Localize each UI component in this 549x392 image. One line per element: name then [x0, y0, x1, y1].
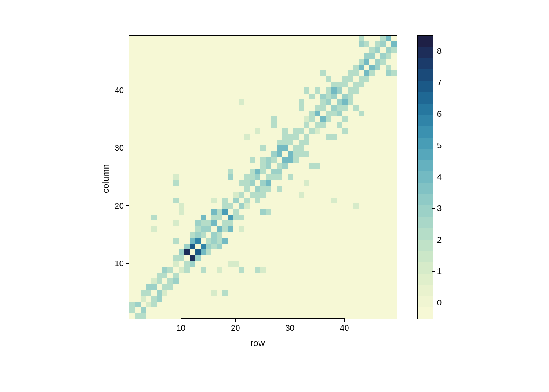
heatmap-cell: [206, 244, 211, 249]
heatmap-cell: [315, 111, 320, 116]
heatmap-cell: [282, 145, 288, 151]
heatmap-cell: [277, 151, 282, 157]
heatmap-cell: [331, 198, 337, 203]
heatmap-cell: [244, 180, 249, 186]
colorbar-tick: [432, 51, 435, 51]
heatmap-cell: [135, 302, 140, 307]
heatmap-cell: [326, 87, 331, 93]
heatmap-cell: [190, 232, 195, 238]
heatmap-cell: [375, 65, 380, 70]
y-tick-label: 10: [111, 259, 124, 268]
heatmap-cell: [277, 163, 282, 169]
heatmap-cell: [190, 255, 195, 261]
heatmap-cell: [359, 36, 364, 41]
heatmap-cell: [255, 169, 260, 174]
heatmap-cell: [173, 261, 179, 267]
heatmap-cell: [173, 255, 179, 261]
heatmap-cell: [244, 203, 249, 209]
heatmap-cell: [359, 82, 364, 87]
heatmap-cell: [195, 255, 200, 261]
colorbar-tick: [432, 82, 435, 82]
heatmap-cell: [250, 180, 255, 186]
colorbar-tick-label: 0: [437, 298, 442, 307]
heatmap-cell: [271, 151, 277, 157]
heatmap-cell: [380, 59, 386, 65]
heatmap-cell: [244, 198, 249, 203]
heatmap-cell: [282, 163, 288, 169]
heatmap-cell: [364, 53, 369, 59]
heatmap-cell: [260, 267, 266, 273]
heatmap-cell: [271, 116, 277, 122]
heatmap-cell: [342, 128, 348, 134]
heatmap-cell: [369, 65, 375, 70]
heatmap-cell: [217, 244, 222, 249]
heatmap-cell: [299, 145, 304, 151]
y-axis-line: [129, 90, 129, 264]
heatmap-cell: [157, 273, 162, 278]
heatmap-cell: [288, 157, 293, 163]
heatmap-cell: [315, 87, 320, 93]
colorbar-tick: [432, 177, 435, 177]
heatmap-cell: [304, 180, 309, 186]
heatmap-cell: [266, 180, 271, 186]
heatmap-cell: [304, 140, 309, 145]
heatmap-cell: [320, 122, 326, 128]
colorbar: [417, 35, 433, 319]
heatmap-cell: [271, 169, 277, 174]
heatmap-cell: [179, 267, 184, 273]
heatmap-cell: [222, 220, 228, 226]
heatmap-cell: [162, 267, 167, 273]
x-tick: [290, 318, 290, 322]
heatmap-cell: [375, 41, 380, 47]
heatmap-cell: [353, 87, 358, 93]
heatmap-cell: [206, 220, 211, 226]
y-axis-title: column: [100, 164, 111, 193]
heatmap-cell: [386, 47, 391, 53]
heatmap-cell: [228, 220, 233, 226]
heatmap-cell: [288, 134, 293, 140]
heatmap-cell: [228, 261, 233, 267]
heatmap-cell: [173, 180, 179, 186]
heatmap-cell: [250, 169, 255, 174]
y-tick-label: 30: [111, 143, 124, 153]
heatmap-cell: [228, 174, 233, 180]
heatmap-cell: [255, 186, 260, 192]
colorbar-tick: [432, 208, 435, 209]
heatmap-cell: [315, 128, 320, 134]
heatmap-cell: [299, 99, 304, 105]
heatmap-cell: [309, 111, 315, 116]
heatmap-cell: [353, 105, 358, 111]
heatmap-cell: [353, 65, 358, 70]
heatmap-cell: [277, 140, 282, 145]
heatmap-cell: [211, 232, 216, 238]
heatmap-cell: [239, 203, 244, 209]
x-tick: [344, 318, 345, 322]
heatmap-cell: [239, 226, 244, 232]
heatmap-cell: [299, 151, 304, 157]
heatmap-cell: [369, 70, 375, 76]
heatmap-cell: [277, 174, 282, 180]
colorbar-tick: [432, 145, 435, 145]
heatmap-cell: [233, 192, 239, 197]
heatmap-cell: [386, 65, 391, 70]
heatmap-cell: [348, 76, 353, 82]
heatmap-cell: [146, 302, 151, 307]
heatmap-cell: [244, 134, 249, 140]
y-tick: [126, 263, 129, 264]
heatmap-cell: [359, 65, 364, 70]
heatmap-cell: [331, 82, 337, 87]
heatmap-cell: [266, 157, 271, 163]
heatmap-cell: [201, 220, 206, 226]
heatmap-cell: [260, 192, 266, 197]
heatmap-cell: [179, 249, 184, 255]
heatmap-cell: [342, 99, 348, 105]
heatmap-cell: [255, 174, 260, 180]
heatmap-cell: [222, 209, 228, 215]
heatmap-cell: [337, 122, 342, 128]
heatmap-cell: [222, 238, 228, 244]
y-tick-label: 40: [111, 86, 124, 95]
heatmap-cell: [282, 134, 288, 140]
heatmap-cell: [348, 94, 353, 99]
heatmap-cell: [299, 192, 304, 197]
heatmap-cell: [146, 290, 151, 296]
